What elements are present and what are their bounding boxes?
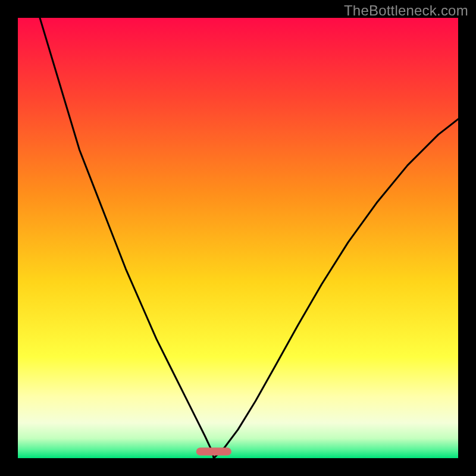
watermark-text: TheBottleneck.com: [344, 2, 468, 19]
chart-svg: [18, 18, 458, 458]
plot-area: [18, 18, 458, 458]
minimum-marker: [196, 447, 231, 455]
gradient-background: [18, 18, 458, 458]
outer-frame: TheBottleneck.com: [0, 0, 476, 476]
